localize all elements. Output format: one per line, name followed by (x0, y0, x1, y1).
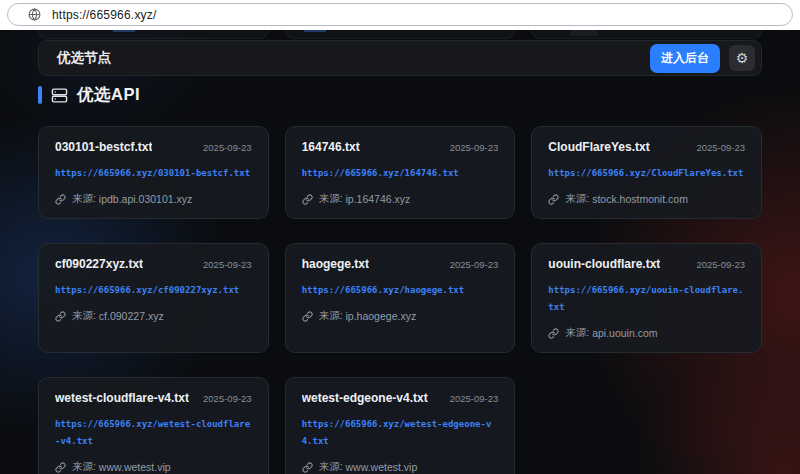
enter-admin-button[interactable]: 进入后台 (650, 44, 720, 73)
card-header-row: uouin-cloudflare.txt 2025-09-23 (548, 257, 745, 271)
card-header-row: 164746.txt 2025-09-23 (302, 140, 499, 154)
card-source-label: 来源: (565, 326, 589, 340)
card-header-row: CloudFlareYes.txt 2025-09-23 (548, 140, 745, 154)
card-date: 2025-09-23 (450, 393, 499, 404)
card-date: 2025-09-23 (696, 259, 745, 270)
card-date: 2025-09-23 (696, 142, 745, 153)
api-card: wetest-edgeone-v4.txt 2025-09-23 https:/… (285, 377, 516, 474)
card-source-value: www.wetest.vip (99, 461, 171, 473)
topbar: 优选节点 进入后台 ⚙ (38, 40, 762, 76)
api-card: 030101-bestcf.txt 2025-09-23 https://665… (38, 126, 269, 219)
card-date: 2025-09-23 (203, 259, 252, 270)
card-source-value: www.wetest.vip (346, 461, 418, 473)
api-card-grid: 030101-bestcf.txt 2025-09-23 https://665… (38, 126, 762, 474)
card-url-link[interactable]: https://665966.xyz/030101-bestcf.txt (55, 165, 252, 182)
card-url-link[interactable]: https://665966.xyz/CloudFlareYes.txt (548, 165, 745, 182)
card-filename: 030101-bestcf.txt (55, 140, 152, 154)
card-url-link[interactable]: https://665966.xyz/haogege.txt (302, 282, 499, 299)
accent-bar (38, 86, 42, 104)
card-source-value: stock.hostmonit.com (592, 193, 688, 205)
card-header-row: haogege.txt 2025-09-23 (302, 257, 499, 271)
card-source-label: 来源: (72, 192, 96, 206)
card-header-row: wetest-cloudflare-v4.txt 2025-09-23 (55, 391, 252, 405)
fragment-link-dash (113, 30, 135, 32)
link-icon (55, 462, 66, 473)
card-source-row: 来源: ip.164746.xyz (302, 192, 499, 206)
card-source-label: 来源: (72, 309, 96, 323)
card-source-value: api.uouin.com (592, 327, 657, 339)
cutoff-card-fragments (38, 30, 762, 39)
page-background: 优选节点 进入后台 ⚙ 优选API 030101-bestcf.txt 2025… (0, 30, 800, 474)
card-url-link[interactable]: https://665966.xyz/wetest-edgeone-v4.txt (302, 416, 499, 450)
fragment-link-dash (304, 30, 326, 32)
card-fragment (38, 30, 269, 39)
api-card: uouin-cloudflare.txt 2025-09-23 https://… (531, 243, 762, 353)
link-icon (55, 194, 66, 205)
section-title: 优选API (77, 84, 140, 106)
card-filename: CloudFlareYes.txt (548, 140, 649, 154)
card-source-value: ipdb.api.030101.xyz (99, 193, 192, 205)
link-icon (548, 328, 559, 339)
card-source-label: 来源: (319, 192, 343, 206)
card-source-value: ip.164746.xyz (346, 193, 411, 205)
server-icon (51, 87, 68, 104)
site-title: 优选节点 (57, 49, 650, 67)
card-source-value: cf.090227.xyz (99, 310, 164, 322)
address-bar[interactable]: https://665966.xyz/ (7, 3, 793, 26)
api-card: haogege.txt 2025-09-23 https://665966.xy… (285, 243, 516, 353)
card-filename: haogege.txt (302, 257, 369, 271)
card-source-row: 来源: www.wetest.vip (302, 460, 499, 474)
browser-chrome: https://665966.xyz/ (0, 0, 800, 30)
api-card: 164746.txt 2025-09-23 https://665966.xyz… (285, 126, 516, 219)
link-icon (548, 194, 559, 205)
card-source-row: 来源: api.uouin.com (548, 326, 745, 340)
card-url-link[interactable]: https://665966.xyz/164746.txt (302, 165, 499, 182)
card-source-value: ip.haogege.xyz (346, 310, 417, 322)
card-fragment (531, 30, 762, 39)
api-card: wetest-cloudflare-v4.txt 2025-09-23 http… (38, 377, 269, 474)
card-source-label: 来源: (319, 309, 343, 323)
api-card: CloudFlareYes.txt 2025-09-23 https://665… (531, 126, 762, 219)
settings-button[interactable]: ⚙ (729, 45, 755, 71)
card-source-label: 来源: (319, 460, 343, 474)
card-url-link[interactable]: https://665966.xyz/uouin-cloudflare.txt (548, 282, 745, 316)
card-header-row: 030101-bestcf.txt 2025-09-23 (55, 140, 252, 154)
url-text[interactable]: https://665966.xyz/ (52, 8, 157, 22)
card-source-label: 来源: (565, 192, 589, 206)
fragment-button (570, 30, 598, 36)
card-source-row: 来源: stock.hostmonit.com (548, 192, 745, 206)
card-date: 2025-09-23 (203, 142, 252, 153)
gear-icon: ⚙ (736, 50, 749, 66)
api-card: cf090227xyz.txt 2025-09-23 https://66596… (38, 243, 269, 353)
card-header-row: cf090227xyz.txt 2025-09-23 (55, 257, 252, 271)
card-fragment (285, 30, 516, 39)
link-icon (302, 311, 313, 322)
link-icon (302, 194, 313, 205)
site-info-globe-icon[interactable] (28, 8, 41, 21)
card-filename: cf090227xyz.txt (55, 257, 143, 271)
card-source-label: 来源: (72, 460, 96, 474)
card-source-row: 来源: ip.haogege.xyz (302, 309, 499, 323)
card-source-row: 来源: cf.090227.xyz (55, 309, 252, 323)
card-date: 2025-09-23 (450, 259, 499, 270)
card-filename: wetest-cloudflare-v4.txt (55, 391, 189, 405)
card-date: 2025-09-23 (450, 142, 499, 153)
card-filename: wetest-edgeone-v4.txt (302, 391, 428, 405)
card-source-row: 来源: www.wetest.vip (55, 460, 252, 474)
link-icon (302, 462, 313, 473)
card-url-link[interactable]: https://665966.xyz/wetest-cloudflare-v4.… (55, 416, 252, 450)
card-date: 2025-09-23 (203, 393, 252, 404)
card-header-row: wetest-edgeone-v4.txt 2025-09-23 (302, 391, 499, 405)
link-icon (55, 311, 66, 322)
card-source-row: 来源: ipdb.api.030101.xyz (55, 192, 252, 206)
card-filename: uouin-cloudflare.txt (548, 257, 660, 271)
section-header: 优选API (38, 84, 140, 106)
card-filename: 164746.txt (302, 140, 360, 154)
card-url-link[interactable]: https://665966.xyz/cf090227xyz.txt (55, 282, 252, 299)
